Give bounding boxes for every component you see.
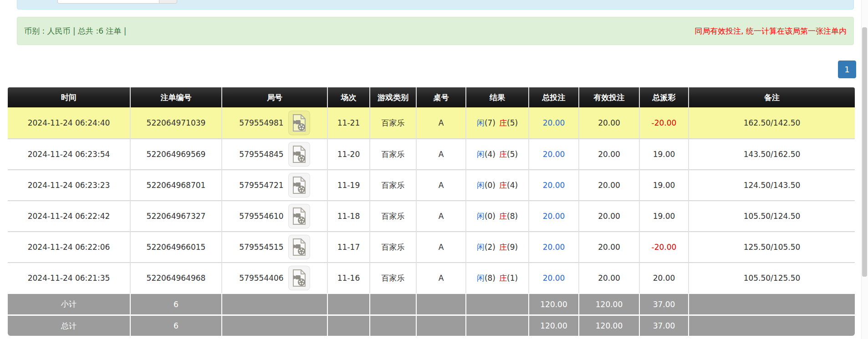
total-bet-link[interactable]: 20.00 [543, 118, 565, 127]
column-header: 游戏类别 [370, 87, 417, 107]
total-bet-link[interactable]: 20.00 [543, 243, 565, 252]
table-row: 2024-11-24 06:21:35 522064964968 5795544… [8, 262, 855, 293]
video-replay-button[interactable] [288, 204, 310, 228]
banker-score: (5) [507, 118, 518, 127]
player-score: (2) [485, 243, 495, 252]
player-label: 闲 [477, 273, 485, 283]
column-header: 有效投注 [579, 87, 640, 107]
cell-valid-bet: 20.00 [579, 107, 640, 138]
cell-session: 11-17 [328, 231, 370, 262]
footer-total-bet: 120.00 [529, 293, 579, 314]
footer-label: 总计 [8, 314, 131, 336]
cell-round: 579554610 [222, 200, 328, 231]
cell-time: 2024-11-24 06:22:06 [8, 231, 131, 262]
cell-remark: 124.50/143.50 [689, 169, 855, 200]
table-row: 2024-11-24 06:22:06 522064966015 5795545… [8, 231, 855, 262]
cell-valid-bet: 20.00 [579, 231, 640, 262]
cell-game-type: 百家乐 [370, 262, 417, 293]
cell-bet-id: 522064964968 [131, 262, 222, 293]
cell-game-type: 百家乐 [370, 200, 417, 231]
footer-label: 小计 [8, 293, 131, 314]
cell-bet-id: 522064967327 [131, 200, 222, 231]
table-footer-row: 小计 6 120.00 120.00 37.00 [8, 293, 855, 314]
round-id: 579554845 [239, 150, 283, 159]
cell-time: 2024-11-24 06:23:54 [8, 138, 131, 169]
filter-input[interactable] [57, 0, 159, 4]
cell-session: 11-21 [328, 107, 370, 138]
column-header: 场次 [328, 87, 370, 107]
table-row: 2024-11-24 06:23:54 522064969569 5795548… [8, 138, 855, 169]
video-replay-button[interactable] [288, 266, 310, 290]
cell-valid-bet: 20.00 [579, 169, 640, 200]
video-replay-button[interactable] [288, 142, 310, 167]
round-id: 579554610 [239, 212, 283, 221]
total-bet-link[interactable]: 20.00 [543, 181, 565, 190]
player-label: 闲 [477, 150, 485, 159]
cell-total-bet: 20.00 [529, 231, 579, 262]
footer-valid-bet: 120.00 [579, 314, 640, 336]
player-label: 闲 [477, 212, 485, 221]
cell-payout: -20.00 [640, 231, 689, 262]
banker-label: 庄 [499, 273, 507, 283]
player-score: (8) [485, 273, 495, 283]
cell-session: 11-20 [328, 138, 370, 169]
cell-valid-bet: 20.00 [579, 138, 640, 169]
footer-payout: 37.00 [640, 314, 689, 336]
cell-remark: 162.50/142.50 [689, 107, 855, 138]
footer-valid-bet: 120.00 [579, 293, 640, 314]
bet-records-page: 币别 : 人民币 | 总共 :6 注单 | 同局有效投注, 统一计算在该局第一张… [0, 0, 868, 339]
table-header-row: 时间注单编号局号场次游戏类别桌号结果总投注有效投注总派彩备注 [8, 87, 855, 107]
cell-payout: 19.00 [640, 138, 689, 169]
cell-game-type: 百家乐 [370, 138, 417, 169]
cell-result: 闲(8)庄(1) [466, 262, 529, 293]
cell-remark: 105.50/124.50 [689, 200, 855, 231]
cell-session: 11-19 [328, 169, 370, 200]
banker-score: (5) [507, 150, 518, 159]
banker-score: (1) [507, 273, 518, 283]
cell-remark: 105.50/125.50 [689, 262, 855, 293]
vertical-scrollbar[interactable] [861, 0, 868, 339]
total-bet-link[interactable]: 20.00 [543, 150, 565, 159]
video-replay-icon [292, 238, 306, 256]
player-score: (0) [485, 181, 495, 190]
scrollbar-thumb[interactable] [862, 27, 867, 277]
round-id: 579554981 [239, 118, 283, 127]
cell-round: 579554515 [222, 231, 328, 262]
table-footer-row: 总计 6 120.00 120.00 37.00 [8, 314, 855, 336]
cell-bet-id: 522064969569 [131, 138, 222, 169]
cell-session: 11-18 [328, 200, 370, 231]
cell-round: 579554721 [222, 169, 328, 200]
cell-total-bet: 20.00 [529, 138, 579, 169]
pagination-page-1[interactable]: 1 [838, 61, 856, 78]
cell-total-bet: 20.00 [529, 200, 579, 231]
video-replay-icon [292, 177, 306, 194]
cell-payout: 20.00 [640, 262, 689, 293]
video-replay-icon [292, 269, 306, 287]
total-bet-link[interactable]: 20.00 [543, 212, 565, 221]
cell-payout: 19.00 [640, 169, 689, 200]
video-replay-button[interactable] [288, 235, 310, 259]
banker-label: 庄 [499, 118, 507, 127]
banker-label: 庄 [499, 150, 507, 159]
video-replay-icon [292, 146, 306, 163]
column-header: 结果 [466, 87, 529, 107]
banker-score: (4) [507, 181, 518, 190]
video-replay-button[interactable] [288, 111, 310, 135]
filter-addon-button[interactable] [159, 0, 177, 4]
table-footer: 小计 6 120.00 120.00 37.00 总计 6 120.00 120… [8, 293, 855, 336]
cell-time: 2024-11-24 06:24:40 [8, 107, 131, 138]
cell-round: 579554981 [222, 107, 328, 138]
player-label: 闲 [477, 243, 485, 252]
player-label: 闲 [477, 181, 485, 190]
total-bet-link[interactable]: 20.00 [543, 273, 565, 283]
cell-table-code: A [417, 231, 466, 262]
player-score: (0) [485, 212, 495, 221]
cell-total-bet: 20.00 [529, 169, 579, 200]
table-row: 2024-11-24 06:24:40 522064971039 5795549… [8, 107, 855, 138]
cell-table-code: A [417, 169, 466, 200]
video-replay-button[interactable] [288, 173, 310, 197]
cell-payout: -20.00 [640, 107, 689, 138]
table-row: 2024-11-24 06:23:23 522064968701 5795547… [8, 169, 855, 200]
cell-table-code: A [417, 200, 466, 231]
table-row: 2024-11-24 06:22:42 522064967327 5795546… [8, 200, 855, 231]
